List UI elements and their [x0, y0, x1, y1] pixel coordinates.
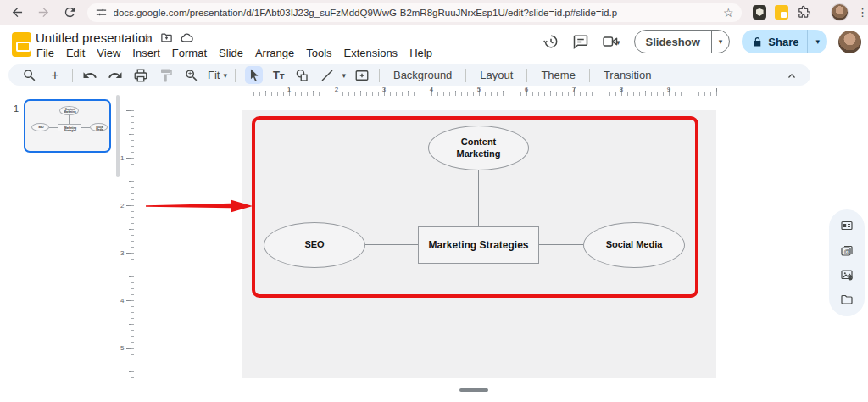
extension-icon-yellow[interactable]: [775, 5, 788, 20]
thumb-connector: [49, 127, 58, 128]
menu-help[interactable]: Help: [403, 45, 438, 61]
zoom-icon[interactable]: [184, 68, 199, 83]
menu-format[interactable]: Format: [166, 45, 213, 61]
thumb-right-ellipse: Social Media: [90, 123, 108, 131]
diagram-node-content-marketing[interactable]: Content Marketing: [428, 126, 529, 170]
star-document-icon[interactable]: ☆: [140, 31, 153, 44]
menu-insert[interactable]: Insert: [126, 45, 166, 61]
background-button[interactable]: Background: [384, 69, 461, 81]
slideshow-caret-icon[interactable]: ▾: [712, 37, 730, 46]
speaker-notes-drag-handle[interactable]: [459, 388, 488, 392]
line-tool-caret-icon[interactable]: ▾: [342, 71, 346, 80]
filmstrip-scrollbar[interactable]: [116, 95, 120, 177]
horizontal-ruler: 1 2 3 4 5 6 7 8 9: [242, 88, 717, 96]
diagram-connector-left[interactable]: [365, 244, 418, 245]
slide-thumbnail[interactable]: Content Marketing Marketing Strategies S…: [24, 99, 111, 153]
print-icon[interactable]: [133, 68, 148, 83]
version-history-icon[interactable]: [542, 33, 559, 50]
site-info-icon[interactable]: [95, 6, 108, 19]
document-title[interactable]: Untitled presentation: [36, 31, 153, 45]
menu-tools[interactable]: Tools: [300, 45, 337, 61]
paint-format-icon[interactable]: [159, 68, 174, 83]
app-header: Untitled presentation ☆ File Edit View I…: [0, 25, 868, 64]
image-panel-icon[interactable]: [840, 268, 854, 282]
menu-slide[interactable]: Slide: [213, 45, 249, 61]
browser-profile-avatar[interactable]: [831, 3, 849, 21]
google-slides-window: docs.google.com/presentation/d/1FAbt03IJ…: [0, 0, 868, 402]
vertical-ruler: 1 2 3 4 5: [126, 110, 134, 380]
article-panel-icon[interactable]: [840, 219, 854, 232]
main-toolbar: + Fit ▾ TT ▾: [8, 64, 810, 86]
h-ruler-number: 6: [525, 86, 528, 93]
h-ruler-number: 8: [620, 86, 623, 93]
diagram-connector-right[interactable]: [539, 244, 583, 245]
layout-button[interactable]: Layout: [470, 69, 522, 81]
theme-button[interactable]: Theme: [531, 69, 584, 81]
share-button[interactable]: Share ▾: [742, 30, 827, 53]
slideshow-label: Slideshow: [635, 36, 711, 48]
url-text[interactable]: docs.google.com/presentation/d/1FAbt03IJ…: [114, 8, 718, 18]
side-panel: @: [829, 209, 865, 316]
menu-view[interactable]: View: [91, 45, 126, 61]
browser-reload-icon[interactable]: [63, 5, 77, 20]
text-box-tool-icon[interactable]: TT: [273, 69, 284, 81]
menu-file[interactable]: File: [31, 45, 60, 61]
line-tool-icon[interactable]: [320, 68, 335, 83]
shape-tool-icon[interactable]: [294, 68, 309, 83]
move-folder-icon[interactable]: [160, 31, 173, 44]
slide-number: 1: [14, 103, 19, 114]
mentions-panel-icon[interactable]: @: [840, 243, 854, 257]
thumb-left-ellipse: SEO: [31, 123, 49, 131]
diagram-connector-vertical[interactable]: [478, 170, 479, 226]
share-caret-icon[interactable]: ▾: [808, 37, 827, 46]
slideshow-button[interactable]: Slideshow ▾: [634, 30, 731, 53]
diagram-node-social-media[interactable]: Social Media: [583, 222, 685, 268]
browser-menu-icon[interactable]: ⋮: [857, 6, 868, 19]
toolbar-divider: [465, 69, 466, 82]
comments-icon[interactable]: [572, 33, 589, 50]
zoom-level-value[interactable]: Fit: [208, 69, 220, 81]
search-menus-icon[interactable]: [22, 68, 37, 83]
v-ruler-number: 4: [120, 297, 124, 304]
diagram-node-marketing-strategies[interactable]: Marketing Strategies: [418, 226, 539, 264]
v-ruler-number: 2: [120, 202, 124, 209]
h-ruler-number: 9: [667, 86, 670, 93]
browser-back-icon[interactable]: [10, 5, 25, 20]
v-ruler-number: 1: [120, 154, 124, 162]
transition-button[interactable]: Transition: [594, 69, 661, 81]
browser-toolbar: docs.google.com/presentation/d/1FAbt03IJ…: [0, 0, 868, 25]
undo-icon[interactable]: [82, 68, 97, 83]
bookmark-star-icon[interactable]: ☆: [723, 7, 734, 19]
v-ruler-number: 3: [120, 249, 124, 257]
folder-panel-icon[interactable]: [840, 293, 854, 306]
address-bar[interactable]: docs.google.com/presentation/d/1FAbt03IJ…: [87, 3, 742, 22]
thumb-top-ellipse: Content Marketing: [59, 106, 79, 115]
browser-forward-icon[interactable]: [36, 5, 51, 20]
menu-edit[interactable]: Edit: [60, 45, 91, 61]
redo-icon[interactable]: [108, 68, 123, 83]
red-annotation-arrow: [146, 198, 253, 214]
slides-logo-icon[interactable]: [12, 32, 31, 57]
cloud-status-icon[interactable]: [181, 31, 193, 44]
new-slide-plus-icon[interactable]: +: [47, 68, 63, 83]
h-ruler-number: 4: [430, 86, 433, 93]
h-ruler-number: 3: [382, 86, 386, 93]
extension-icon-dark[interactable]: [753, 5, 767, 20]
v-ruler-number: 5: [120, 344, 124, 352]
menu-arrange[interactable]: Arrange: [249, 45, 300, 61]
extensions-puzzle-icon[interactable]: [797, 5, 811, 20]
meet-caret-icon[interactable]: ▾: [616, 38, 620, 47]
slide-canvas[interactable]: Content Marketing Marketing Strategies S…: [242, 110, 716, 378]
collapse-toolbar-icon[interactable]: [785, 69, 798, 82]
thumb-connector: [69, 115, 70, 124]
thumb-connector: [81, 127, 90, 128]
insert-text-placeholder-icon[interactable]: [354, 68, 370, 83]
select-tool-icon[interactable]: [245, 66, 263, 84]
h-ruler-number: 1: [287, 86, 291, 93]
zoom-caret-icon[interactable]: ▾: [223, 71, 227, 80]
account-avatar[interactable]: [838, 31, 861, 53]
svg-text:@: @: [844, 248, 850, 254]
browser-bar-divider: [821, 6, 821, 19]
diagram-node-seo[interactable]: SEO: [264, 222, 365, 268]
menu-extensions[interactable]: Extensions: [338, 45, 404, 61]
